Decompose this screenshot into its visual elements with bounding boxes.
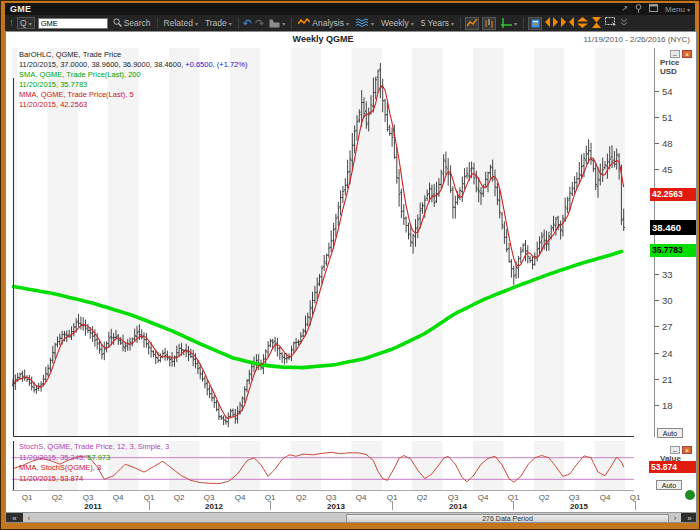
year-tick <box>635 501 636 510</box>
year-label: 2011 <box>78 502 108 511</box>
waves-icon <box>356 18 369 29</box>
chevron-down-icon: ▾ <box>282 20 285 27</box>
scroll-far-right-button[interactable]: » <box>681 513 697 524</box>
divider <box>157 18 158 29</box>
undo-icon[interactable]: ↶ <box>243 18 252 28</box>
chevron-down-icon: ▾ <box>229 20 232 27</box>
price-tick: 33 <box>655 269 673 280</box>
search-button[interactable]: Search <box>111 17 153 30</box>
legend-stoch-d-value: 57.973 <box>87 453 110 462</box>
window-icon[interactable] <box>649 4 658 14</box>
price-axis-title: Price USD <box>660 58 680 76</box>
chart-window: Weekly QGME 11/19/2010 - 2/26/2016 (NYC)… <box>5 31 697 523</box>
year-label: 2014 <box>443 502 473 511</box>
time-axis: Q1Q2Q3Q4Q1Q2Q3Q4Q1Q2Q3Q4Q1Q2Q3Q4Q1Q2Q3Q4… <box>6 491 654 512</box>
legend-stoch-values: 11/20/2015, 35.245, <box>19 453 85 462</box>
symbol-up-icon: ↑ <box>9 18 14 28</box>
divider <box>523 18 524 29</box>
auto-scale-button[interactable]: Auto <box>657 428 683 438</box>
scroll-far-left-button[interactable]: « <box>6 513 23 524</box>
divider <box>460 18 461 29</box>
related-label: Related <box>164 18 193 28</box>
quarter-label: Q2 <box>46 493 68 502</box>
legend-sma-value: 11/20/2015, 35.7783 <box>19 80 247 90</box>
price-badge: 42.2563 <box>650 188 697 201</box>
trade-dropdown[interactable]: Trade▾ <box>203 17 234 29</box>
scroll-left-arrow[interactable]: ‹ <box>23 513 35 523</box>
price-tick: 18 <box>655 400 673 411</box>
chevron-down-icon: ▾ <box>29 20 32 27</box>
axis-settings-dropdown[interactable]: ▾ <box>499 17 519 29</box>
year-label: 2013 <box>321 502 351 511</box>
price-axis: Price USD 54514845423936333027242118 42.… <box>654 48 697 437</box>
hourglass-icon[interactable] <box>591 17 602 30</box>
zoom-select-icon[interactable] <box>605 17 617 29</box>
quarter-label: Q2 <box>533 493 555 502</box>
notes-button[interactable] <box>528 17 542 30</box>
waves-dropdown[interactable]: ▾ <box>354 17 376 30</box>
price-tick: 54 <box>655 86 673 97</box>
quarter-label: Q2 <box>290 493 312 502</box>
analysis-dropdown[interactable]: Analysis▾ <box>296 17 351 29</box>
open-folder-button[interactable]: ▾ <box>267 18 287 29</box>
scrollbar-thumb[interactable]: 276 Data Period <box>346 514 669 524</box>
year-tick <box>392 501 393 510</box>
line-chart-style-button[interactable] <box>465 17 479 30</box>
pin-icon[interactable] <box>635 4 642 15</box>
redo-icon[interactable]: ↷ <box>255 18 264 28</box>
quarter-label: Q3 <box>77 493 99 502</box>
analysis-wave-icon <box>298 18 310 28</box>
sub-auto-scale-button[interactable]: Auto <box>656 480 682 490</box>
legend-series-stoch-mma: MMA, StochS(QGME), 3 <box>19 463 169 474</box>
quarter-label: Q4 <box>107 493 129 502</box>
window-title: GME <box>10 4 31 14</box>
symbol-type-dropdown[interactable]: Q▾ <box>17 17 35 29</box>
legend-series-mma: MMA, QGME, Trade Price(Last), 5 <box>19 90 247 100</box>
chevron-down-icon: ▾ <box>451 20 454 27</box>
chevron-down-icon: ▾ <box>346 20 349 27</box>
legend-series-sma: SMA, QGME, Trade Price(Last), 200 <box>19 70 247 80</box>
popout-icon[interactable]: ↗ <box>621 5 628 13</box>
legend-ohlc-change: +0.6500, (+1.72%) <box>185 60 247 69</box>
minimize-icon[interactable]: – <box>670 446 680 454</box>
year-tick <box>149 501 150 510</box>
stoch-mma-badge: 53.874 <box>649 461 697 473</box>
price-tick: 21 <box>655 374 673 385</box>
quarter-label: Q4 <box>472 493 494 502</box>
symbol-input[interactable] <box>38 18 108 29</box>
range-label: 5 Years <box>421 18 449 28</box>
expand-horizontal-icon[interactable] <box>545 17 558 29</box>
scrollbar-track[interactable]: 276 Data Period <box>35 513 669 524</box>
year-tick <box>270 501 271 510</box>
expand-vertical-icon[interactable] <box>577 17 588 30</box>
price-badge: 38.460 <box>650 220 697 235</box>
range-dropdown[interactable]: 5 Years▾ <box>419 17 456 29</box>
chevron-down-icon: ▾ <box>371 20 374 27</box>
search-label: Search <box>124 18 151 28</box>
quarter-label: Q2 <box>168 493 190 502</box>
price-badge: 35.7783 <box>650 244 697 257</box>
title-bar: GME ↗ Menu▾ <box>5 3 695 15</box>
year-label: 2012 <box>199 502 229 511</box>
scroll-right-arrow[interactable]: › <box>669 513 681 523</box>
price-tick: 45 <box>655 164 673 175</box>
legend-ohlc-values: 11/20/2015, 37.0000, 38.9600, 36.9000, 3… <box>19 60 183 69</box>
price-tick: 48 <box>655 138 673 149</box>
toolbar: ↑ Q▾ Search Related▾ Trade▾ ↶ ↷ ▾ Analys… <box>5 15 695 31</box>
bar-chart-style-button[interactable] <box>482 17 496 30</box>
legend-mma-value: 11/20/2015, 42.2563 <box>19 100 247 110</box>
close-icon[interactable]: × <box>682 446 692 454</box>
chart-date-range: 11/19/2010 - 2/26/2016 (NYC) <box>583 35 690 44</box>
symbol-type-label: Q <box>20 18 27 28</box>
search-icon <box>113 18 122 29</box>
time-scrollbar: « ‹ 276 Data Period › » <box>6 512 697 523</box>
quarter-label: Q3 <box>442 493 464 502</box>
quarter-label: Q3 <box>198 493 220 502</box>
compress-horizontal-icon[interactable] <box>561 17 574 29</box>
period-dropdown[interactable]: Weekly▾ <box>379 17 416 29</box>
price-tick: 27 <box>655 321 673 332</box>
related-dropdown[interactable]: Related▾ <box>162 17 200 29</box>
menu-button[interactable]: Menu▾ <box>665 5 690 14</box>
chevron-down-icon: ▾ <box>687 6 690 13</box>
more-tools-icon[interactable] <box>620 18 628 28</box>
